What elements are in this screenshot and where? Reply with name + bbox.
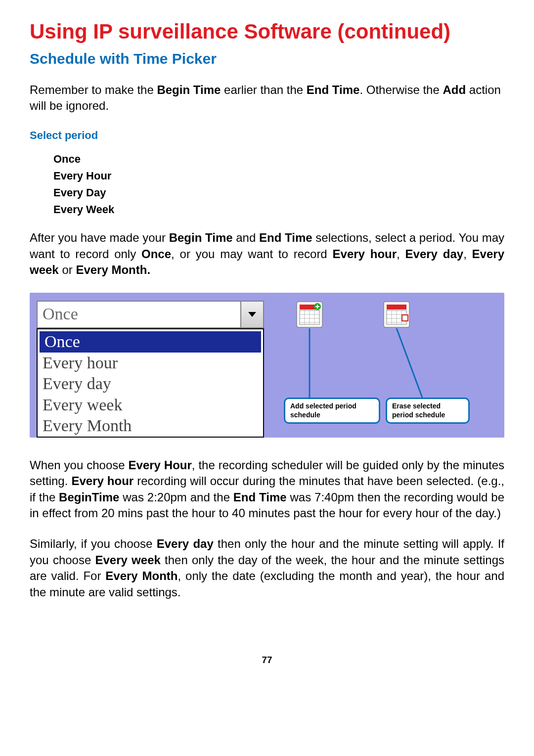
section-heading: Schedule with Time Picker [30,50,504,67]
text: When you choose [30,458,129,472]
chevron-down-icon [247,311,257,318]
callout-add-selected-period: Add selected period schedule [284,398,380,424]
list-item: Every Week [53,201,504,218]
bold-text: Add [443,83,466,96]
bold-text: Every Hour [129,458,192,472]
paragraph: When you choose Every Hour, the recordin… [30,457,504,522]
software-panel: Once Once Every hour Every day Every wee… [30,293,504,438]
listbox-option[interactable]: Every hour [38,353,263,374]
list-item: Once [53,151,504,168]
bold-text: Begin Time [169,231,233,244]
listbox-option[interactable]: Once [40,331,261,353]
page-title: Using IP surveillance Software (continue… [30,20,504,44]
bold-text: Every day [157,537,214,550]
bold-text: Once [141,247,171,261]
listbox-option[interactable]: Every Month [38,415,263,437]
screenshot-figure: Once Once Every hour Every day Every wee… [30,293,504,438]
text: or [59,263,76,276]
list-item: Every Hour [53,168,504,184]
text: and [233,231,259,244]
svg-rect-14 [387,305,406,310]
listbox-option[interactable]: Every day [38,373,263,395]
paragraph: After you have made your Begin Time and … [30,230,504,278]
callout-erase-selected-period: Erase selected period schedule [386,398,470,424]
bold-text: BeginTime [59,490,119,504]
bold-text: End Time [233,490,287,504]
svg-marker-0 [248,312,256,317]
bold-text: Every hour [71,474,134,488]
text: . Otherwise the [359,83,443,96]
text: , [463,247,472,261]
text: , or you may want to record [171,247,332,261]
svg-line-25 [397,328,422,398]
calendar-erase-icon[interactable] [383,301,410,328]
text: , [397,247,405,261]
list-item: Every Day [53,184,504,201]
intro-paragraph: Remember to make the Begin Time earlier … [30,82,504,114]
combobox-selected-value: Once [38,302,240,327]
text: After you have made your [30,231,169,244]
combobox-dropdown-button[interactable] [240,302,263,327]
bold-text: Every day [405,247,464,261]
bold-text: Every Month. [76,263,150,276]
select-period-label: Select period [30,129,504,142]
listbox-option[interactable]: Every week [38,395,263,416]
bold-text: Every hour [333,247,397,261]
bold-text: End Time [259,231,312,244]
text: Remember to make the [30,83,157,96]
period-combobox[interactable]: Once [37,301,264,328]
calendar-add-icon[interactable] [296,301,323,328]
text: Similarly, if you choose [30,537,157,550]
bold-text: End Time [307,83,360,96]
period-listbox[interactable]: Once Every hour Every day Every week Eve… [37,328,264,438]
period-option-list: Once Every Hour Every Day Every Week [30,151,504,218]
text: was 2:20pm and the [119,490,233,504]
bold-text: Begin Time [157,83,221,96]
bold-text: Every week [95,553,161,567]
page-number: 77 [30,655,504,666]
text: earlier than the [221,83,306,96]
bold-text: Every Month [105,569,178,582]
svg-rect-23 [402,315,407,320]
paragraph: Similarly, if you choose Every day then … [30,536,504,600]
